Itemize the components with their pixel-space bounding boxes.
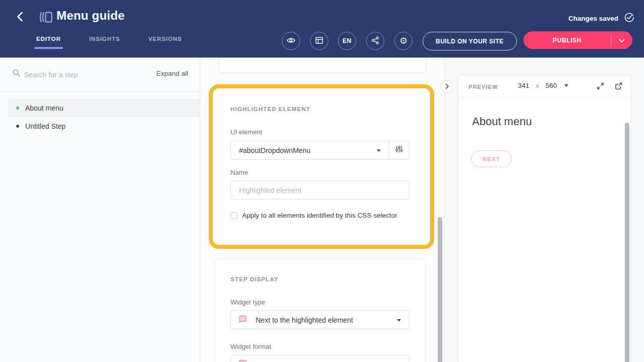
- save-status-text: Changes saved: [568, 15, 618, 22]
- step-search-input[interactable]: [24, 68, 133, 82]
- pink-callout-bubble-icon: [237, 314, 248, 326]
- step-display-card: STEP DISPLAY Widget type Next to the hig…: [215, 258, 426, 362]
- apply-all-row: Apply to all elements identified by this…: [230, 212, 397, 219]
- settings-button[interactable]: ⚙: [394, 32, 413, 50]
- preview-open-in-new-button[interactable]: [613, 82, 623, 92]
- language-button[interactable]: EN: [338, 32, 356, 50]
- editor-scrollbar-thumb[interactable]: [438, 217, 442, 362]
- page-title: Menu guide: [56, 9, 125, 23]
- share-button[interactable]: [366, 32, 384, 50]
- widget-format-select[interactable]: [230, 355, 409, 362]
- save-status: Changes saved: [568, 12, 634, 25]
- caret-down-icon: [377, 149, 381, 152]
- widget-format-label: Widget format: [230, 343, 271, 350]
- element-name-input[interactable]: [230, 181, 409, 199]
- sliders-icon: [395, 145, 403, 156]
- preview-eye-button[interactable]: [282, 32, 300, 50]
- caret-down-icon: [397, 319, 401, 322]
- tab-insights[interactable]: INSIGHTS: [89, 36, 121, 42]
- topbar: Menu guide EDITOR INSIGHTS VERSIONS EN ⚙: [0, 0, 644, 58]
- apply-all-label: Apply to all elements identified by this…: [242, 212, 397, 219]
- chevron-down-icon: [619, 36, 625, 45]
- eye-icon: [286, 37, 296, 45]
- card-heading: HIGHLIGHTED ELEMENT: [230, 106, 310, 112]
- tab-versions[interactable]: VERSIONS: [148, 36, 182, 42]
- tab-editor[interactable]: EDITOR: [36, 36, 61, 42]
- diagonal-resize-arrows-icon: [596, 82, 605, 92]
- ui-element-label: UI element: [230, 128, 262, 136]
- preview-expand-button[interactable]: [595, 82, 605, 92]
- language-label: EN: [342, 37, 352, 44]
- step-item-label: Untitled Step: [25, 122, 66, 130]
- name-label: Name: [230, 169, 248, 176]
- preview-header: PREVIEW 341 x 560: [458, 75, 630, 98]
- step-status-dot: [16, 107, 19, 110]
- publish-button[interactable]: PUBLISH: [523, 31, 611, 49]
- preview-size-select[interactable]: 341 x 560: [518, 82, 568, 89]
- check-circle-icon: [624, 12, 634, 25]
- widget-type-value: Next to the highlighted element: [256, 316, 353, 324]
- preview-size-separator: x: [536, 82, 539, 89]
- caret-down-icon: [564, 84, 568, 87]
- step-status-dot: [16, 125, 19, 128]
- highlighted-element-card-highlight: HIGHLIGHTED ELEMENT UI element #aboutDro…: [209, 84, 434, 249]
- step-settings-panel: HIGHLIGHTED ELEMENT UI element #aboutDro…: [201, 58, 445, 362]
- step-item-label: About menu: [25, 104, 64, 112]
- topbar-tabs: EDITOR INSIGHTS VERSIONS: [36, 36, 182, 42]
- app-root: Menu guide EDITOR INSIGHTS VERSIONS EN ⚙: [0, 0, 644, 362]
- build-on-your-site-button[interactable]: BUILD ON YOUR SITE: [423, 32, 517, 50]
- ui-element-select-group: #aboutDropdownMenu: [230, 141, 409, 160]
- preview-heading: PREVIEW: [469, 84, 498, 90]
- step-item-untitled-step[interactable]: Untitled Step: [0, 117, 200, 135]
- previous-settings-card: [219, 58, 426, 73]
- search-icon: [12, 69, 21, 79]
- step-list: About menu Untitled Step: [0, 99, 200, 135]
- widget-type-select[interactable]: Next to the highlighted element: [230, 311, 409, 329]
- gear-icon: ⚙: [399, 36, 407, 45]
- selector-settings-button[interactable]: [389, 141, 409, 159]
- preview-scrollbar-thumb[interactable]: [625, 123, 629, 362]
- ui-element-select[interactable]: #aboutDropdownMenu: [231, 141, 389, 159]
- window-layout-icon: [315, 36, 323, 46]
- highlighted-element-card: HIGHLIGHTED ELEMENT UI element #aboutDro…: [213, 88, 430, 245]
- chevron-left-icon: [17, 12, 23, 23]
- layout-button[interactable]: [310, 32, 328, 50]
- back-button[interactable]: [14, 11, 25, 23]
- apply-all-checkbox[interactable]: [230, 212, 238, 219]
- widget-type-label: Widget type: [230, 298, 265, 306]
- preview-height-value: 560: [546, 82, 557, 89]
- preview-body: About menu NEXT: [458, 98, 630, 362]
- chevron-right-icon: [445, 83, 449, 91]
- preview-next-button[interactable]: NEXT: [471, 150, 512, 167]
- step-search-row: Expand all: [0, 58, 200, 92]
- preview-panel: PREVIEW 341 x 560 About menu NEXT: [458, 75, 631, 362]
- publish-menu-button[interactable]: [611, 31, 632, 49]
- preview-width-value: 341: [518, 82, 530, 89]
- share-icon: [371, 36, 379, 46]
- step-item-about-menu[interactable]: About menu: [0, 99, 200, 117]
- card-heading: STEP DISPLAY: [230, 276, 278, 282]
- publish-split-button: PUBLISH: [523, 31, 632, 49]
- guide-panels-logo-icon: [37, 9, 54, 28]
- ui-element-value: #aboutDropdownMenu: [239, 146, 311, 154]
- preview-collapse-button[interactable]: [441, 80, 454, 93]
- expand-all-button[interactable]: Expand all: [156, 70, 188, 77]
- preview-step-title: About menu: [472, 115, 532, 128]
- pink-callout-bubble-icon: [237, 358, 248, 362]
- steps-sidebar: Expand all About menu Untitled Step: [0, 58, 200, 362]
- external-link-icon: [614, 82, 623, 92]
